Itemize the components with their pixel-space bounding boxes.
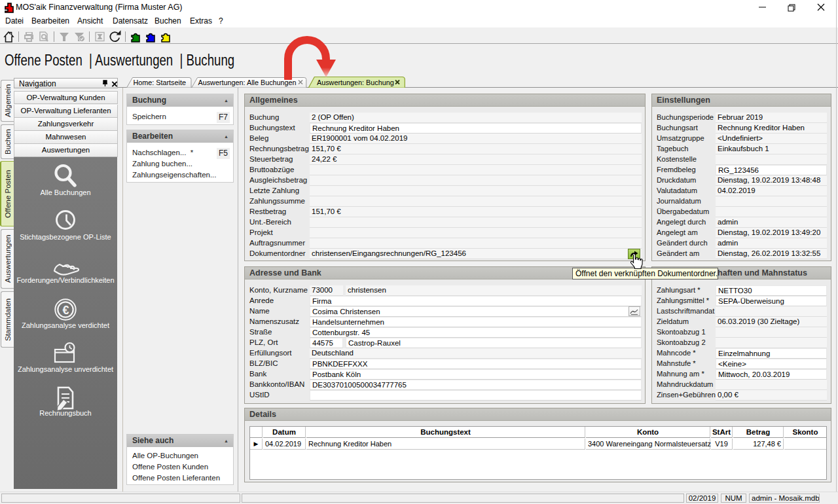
svg-text:Home: Startseite: Home: Startseite bbox=[134, 79, 186, 86]
svg-text:€: € bbox=[62, 304, 69, 317]
